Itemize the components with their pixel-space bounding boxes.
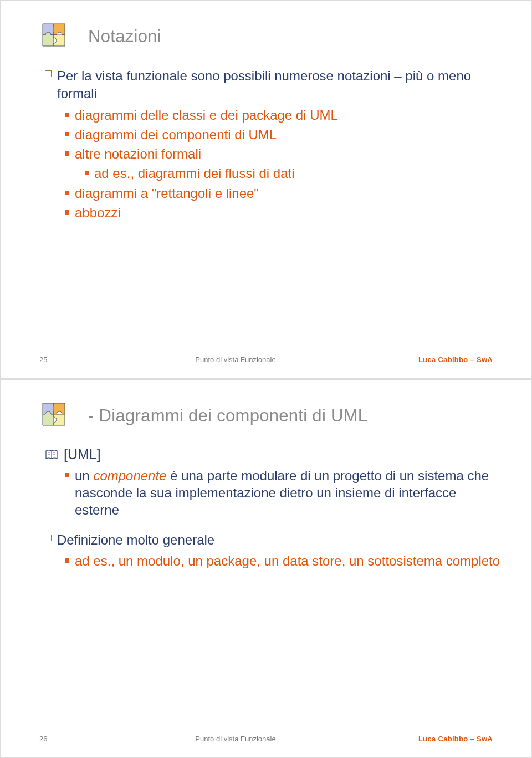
puzzle-icon — [36, 17, 75, 56]
bullet-text: diagrammi dei componenti di UML — [75, 126, 277, 143]
footer-center: Punto di vista Funzionale — [73, 735, 398, 743]
bullet-level1: Definizione molto generale — [45, 531, 504, 549]
puzzle-icon — [36, 396, 75, 435]
slide-title: - Diagrammi dei componenti di UML — [88, 406, 367, 426]
bullet-text: altre notazioni formali — [75, 145, 201, 162]
bullet-text: diagrammi a "rettangoli e linee" — [75, 185, 259, 202]
square-bullet-icon — [65, 473, 69, 477]
bullet-level2: ad es., un modulo, un package, un data s… — [65, 552, 504, 569]
bullet-text: Per la vista funzionale sono possibili n… — [57, 67, 504, 103]
square-bullet-icon — [65, 558, 69, 563]
slide-content: un componente è una parte modulare di un… — [45, 467, 504, 569]
bullet-level2: diagrammi dei componenti di UML — [65, 126, 504, 143]
bullet-text: diagrammi delle classi e dei package di … — [75, 106, 338, 124]
slide-header: - Diagrammi dei componenti di UML — [36, 396, 504, 435]
page-number: 26 — [39, 735, 73, 743]
square-bullet-icon — [65, 113, 69, 117]
square-bullet-icon — [85, 171, 89, 175]
slide-26: - Diagrammi dei componenti di UML [UML] … — [0, 379, 532, 758]
page-number: 25 — [39, 355, 73, 364]
square-bullet-icon — [65, 132, 69, 136]
square-bullet-icon — [65, 191, 69, 195]
text-emphasis: componente — [93, 468, 166, 483]
square-bullet-icon — [65, 151, 69, 156]
slide-25: Notazioni Per la vista funzionale sono p… — [0, 0, 532, 379]
square-bullet-icon — [65, 210, 69, 215]
book-reference: [UML] — [45, 446, 504, 462]
footer-author: Luca Cabibbo – SwA — [398, 355, 493, 364]
slide-title: Notazioni — [88, 27, 161, 47]
book-icon — [45, 450, 58, 460]
square-bullet-icon — [45, 535, 52, 541]
slide-footer: 25 Punto di vista Funzionale Luca Cabibb… — [1, 355, 531, 364]
bullet-text: Definizione molto generale — [57, 531, 214, 549]
bullet-level1: Per la vista funzionale sono possibili n… — [45, 67, 504, 103]
bullet-text: ad es., diagrammi dei flussi di dati — [94, 165, 295, 182]
bullet-text: abbozzi — [75, 204, 121, 221]
slide-content: Per la vista funzionale sono possibili n… — [45, 67, 504, 221]
bullet-text: ad es., un modulo, un package, un data s… — [75, 552, 500, 569]
bullet-level2: abbozzi — [65, 204, 504, 221]
text-pre: un — [75, 468, 93, 483]
square-bullet-icon — [45, 70, 52, 77]
bullet-level2: diagrammi delle classi e dei package di … — [65, 106, 504, 124]
slide-header: Notazioni — [36, 17, 504, 56]
bullet-level3: ad es., diagrammi dei flussi di dati — [85, 165, 504, 182]
bullet-text: un componente è una parte modulare di un… — [75, 467, 504, 519]
slide-footer: 26 Punto di vista Funzionale Luca Cabibb… — [1, 735, 531, 743]
footer-author: Luca Cabibbo – SwA — [398, 735, 493, 743]
bullet-level2: altre notazioni formali — [65, 145, 504, 162]
bullet-level2: diagrammi a "rettangoli e linee" — [65, 185, 504, 202]
footer-center: Punto di vista Funzionale — [73, 355, 398, 364]
reference-label: [UML] — [64, 446, 101, 462]
bullet-level2: un componente è una parte modulare di un… — [65, 467, 504, 519]
